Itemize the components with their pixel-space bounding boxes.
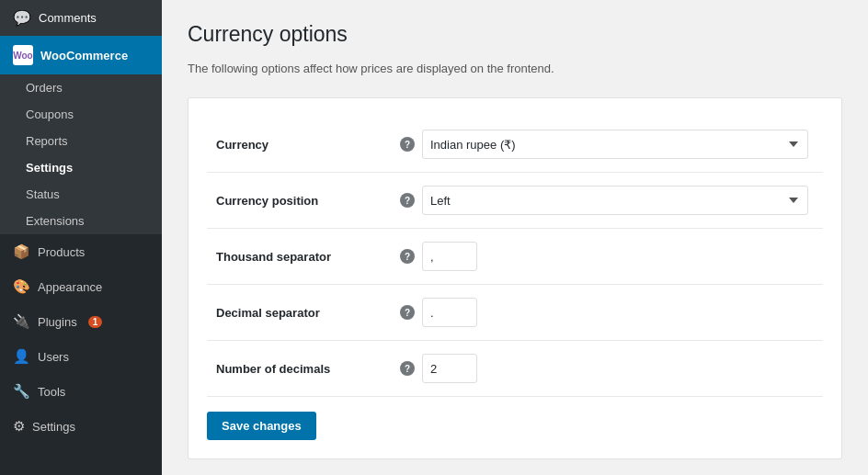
tools-icon: 🔧 [13,383,30,400]
decimal-separator-help-icon[interactable]: ? [400,305,415,320]
woo-logo: Woo [13,45,33,65]
plugins-icon: 🔌 [13,313,30,330]
settings-icon: ⚙ [13,418,25,435]
appearance-label: Appearance [38,280,102,294]
users-label: Users [38,350,69,364]
thousand-separator-field-cell: ? [391,229,823,285]
currency-select[interactable]: Indian rupee (₹)US Dollar ($)Euro (€)Bri… [422,130,808,159]
settings-main-label: Settings [32,420,75,434]
sidebar-item-settings[interactable]: Settings [0,154,162,181]
sidebar-item-tools[interactable]: 🔧 Tools [0,374,162,409]
currency-options-form: Currency ? Indian rupee (₹)US Dollar ($)… [188,97,842,459]
decimal-separator-label: Decimal separator [216,306,320,320]
woocommerce-submenu: Orders Coupons Reports Settings Status E… [0,74,162,234]
sidebar-item-coupons[interactable]: Coupons [0,101,162,128]
decimal-separator-field-cell: ? [391,285,823,341]
sidebar-item-products[interactable]: 📦 Products [0,234,162,269]
main-content: Currency options The following options a… [162,0,868,475]
sidebar-item-comments[interactable]: 💬 Comments [0,0,162,36]
sidebar-item-comments-label: Comments [39,11,97,25]
number-of-decimals-help-icon[interactable]: ? [400,361,415,376]
sidebar-item-settings-main[interactable]: ⚙ Settings [0,409,162,444]
currency-field-row: ? Indian rupee (₹)US Dollar ($)Euro (€)B… [400,130,814,159]
comments-icon: 💬 [13,9,31,27]
page-description: The following options affect how prices … [188,62,842,75]
sidebar-item-appearance[interactable]: 🎨 Appearance [0,269,162,304]
currency-position-help-icon[interactable]: ? [400,193,415,208]
currency-position-field-row: ? LeftRightLeft with spaceRight with spa… [400,186,814,215]
currency-label-cell: Currency [207,117,391,173]
sidebar-item-extensions[interactable]: Extensions [0,208,162,234]
sidebar-item-status[interactable]: Status [0,181,162,208]
sidebar-item-users[interactable]: 👤 Users [0,339,162,374]
plugins-label: Plugins [38,315,77,329]
sidebar-item-reports[interactable]: Reports [0,128,162,154]
decimal-separator-input[interactable] [422,298,477,327]
currency-position-row: Currency position ? LeftRightLeft with s… [207,173,823,229]
tools-label: Tools [38,385,65,399]
thousand-separator-label-cell: Thousand separator [207,229,391,285]
users-icon: 👤 [13,348,30,365]
currency-help-icon[interactable]: ? [400,137,415,152]
appearance-icon: 🎨 [13,278,30,295]
number-of-decimals-input[interactable] [422,354,477,383]
currency-position-field-cell: ? LeftRightLeft with spaceRight with spa… [391,173,823,229]
decimal-separator-row: Decimal separator ? [207,285,823,341]
products-label: Products [38,245,85,259]
number-of-decimals-field-cell: ? [391,341,823,397]
page-title: Currency options [188,22,842,47]
form-table: Currency ? Indian rupee (₹)US Dollar ($)… [207,117,823,397]
currency-row: Currency ? Indian rupee (₹)US Dollar ($)… [207,117,823,173]
number-of-decimals-field-row: ? [400,354,814,383]
sidebar-item-plugins[interactable]: 🔌 Plugins 1 [0,304,162,339]
products-icon: 📦 [13,243,30,260]
number-of-decimals-label: Number of decimals [216,362,330,376]
currency-position-select[interactable]: LeftRightLeft with spaceRight with space [422,186,808,215]
thousand-separator-row: Thousand separator ? [207,229,823,285]
decimal-separator-field-row: ? [400,298,814,327]
sidebar-item-orders[interactable]: Orders [0,74,162,101]
thousand-separator-label: Thousand separator [216,250,331,264]
sidebar-item-woocommerce[interactable]: Woo WooCommerce [0,36,162,74]
thousand-separator-field-row: ? [400,242,814,271]
currency-position-label: Currency position [216,194,318,208]
plugins-badge: 1 [88,316,103,328]
sidebar: 💬 Comments Woo WooCommerce Orders Coupon… [0,0,162,475]
number-of-decimals-row: Number of decimals ? [207,341,823,397]
decimal-separator-label-cell: Decimal separator [207,285,391,341]
thousand-separator-help-icon[interactable]: ? [400,249,415,264]
save-changes-button[interactable]: Save changes [207,412,316,440]
currency-position-label-cell: Currency position [207,173,391,229]
currency-label: Currency [216,138,268,152]
number-of-decimals-label-cell: Number of decimals [207,341,391,397]
currency-field-cell: ? Indian rupee (₹)US Dollar ($)Euro (€)B… [391,117,823,173]
thousand-separator-input[interactable] [422,242,477,271]
woocommerce-label: WooCommerce [40,49,128,62]
